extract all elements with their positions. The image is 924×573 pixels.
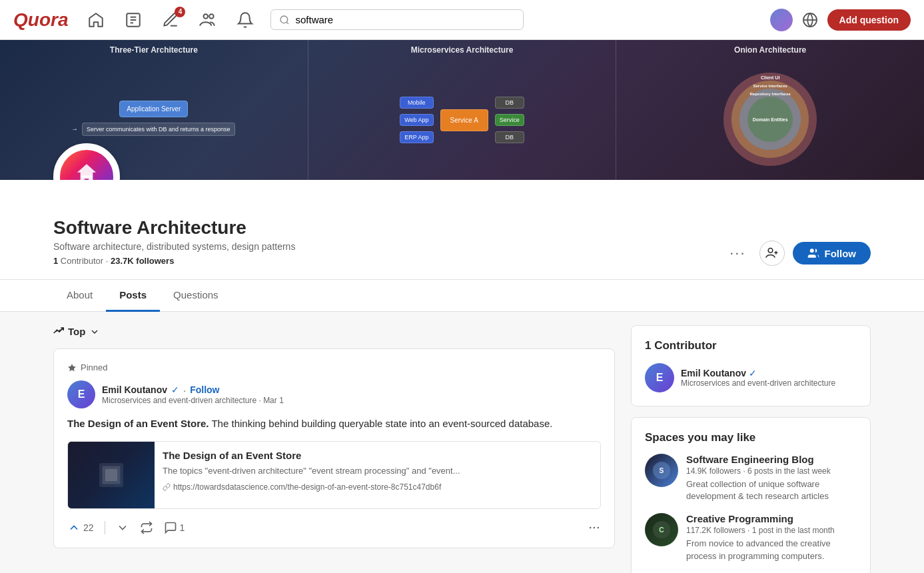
arch-panel-microservices: Microservices Architecture Mobile Web Ap… bbox=[308, 40, 617, 180]
comment-count: 1 bbox=[180, 522, 185, 533]
suggested-space-info-2: Creative Programming 117.2K followers · … bbox=[686, 513, 857, 562]
notifications-nav-icon[interactable] bbox=[233, 8, 257, 32]
navbar-right: Add question bbox=[770, 9, 911, 31]
svg-point-10 bbox=[768, 249, 773, 253]
contributor-avatar[interactable]: E bbox=[645, 363, 674, 392]
community-nav-icon[interactable] bbox=[196, 8, 220, 32]
svg-point-5 bbox=[210, 14, 215, 18]
post-link-content: The Design of an Event Store The topics … bbox=[155, 442, 600, 508]
arch-panel-label-2: Microservices Architecture bbox=[411, 45, 514, 55]
home-nav-icon[interactable] bbox=[84, 8, 108, 32]
onion-layer-label: Repository Interfaces bbox=[749, 92, 790, 96]
search-bar[interactable] bbox=[270, 9, 524, 30]
svg-text:S: S bbox=[660, 467, 664, 474]
create-badge: 4 bbox=[175, 7, 185, 17]
diagram-box: Server communicates with DB and returns … bbox=[82, 123, 235, 136]
suggested-space-avatar-1[interactable]: S bbox=[645, 454, 678, 487]
arch-panel-label-1: Three-Tier Architecture bbox=[110, 45, 198, 55]
suggested-space-logo-2: C bbox=[652, 520, 672, 540]
comment-button[interactable]: 1 bbox=[164, 521, 185, 534]
post-card: Pinned E Emil Koutanov ✓ · Follow Micros… bbox=[53, 348, 615, 548]
post-text: The Design of an Event Store. The thinki… bbox=[67, 416, 601, 432]
author-follow-link[interactable]: Follow bbox=[190, 384, 219, 395]
main-feed: Top Pinned E Emil Koutanov ✓ · bbox=[53, 325, 615, 573]
add-question-button[interactable]: Add question bbox=[827, 9, 911, 31]
tabs-bar: About Posts Questions bbox=[0, 280, 924, 312]
arch-panel-three-tier: Three-Tier Architecture Application Serv… bbox=[0, 40, 308, 180]
post-text-bold: The Design of an Event Store. bbox=[67, 418, 209, 429]
search-input[interactable] bbox=[295, 14, 515, 25]
onion-outer-label: Client UI bbox=[761, 75, 779, 80]
author-avatar[interactable]: E bbox=[67, 380, 95, 408]
suggested-space-desc-2: From novice to advanced the creative pro… bbox=[686, 538, 857, 562]
author-info: Emil Koutanov ✓ · Follow Microservices a… bbox=[102, 384, 601, 405]
space-info-section: Software Architecture Software architect… bbox=[0, 180, 924, 280]
space-title-row: Software Architecture Software architect… bbox=[53, 180, 871, 266]
invite-button[interactable] bbox=[759, 241, 785, 266]
more-options-button[interactable]: ··· bbox=[724, 242, 751, 265]
create-nav-icon[interactable]: 4 bbox=[159, 8, 183, 32]
follow-icon bbox=[807, 247, 819, 259]
svg-point-4 bbox=[204, 14, 209, 18]
suggested-space-name-1[interactable]: Software Engineering Blog bbox=[686, 454, 857, 465]
vote-divider bbox=[105, 521, 105, 534]
tab-about[interactable]: About bbox=[53, 280, 106, 312]
trending-icon bbox=[53, 325, 64, 338]
sort-chevron[interactable] bbox=[89, 326, 100, 337]
hero-banner: Three-Tier Architecture Application Serv… bbox=[0, 40, 924, 180]
space-title: Software Architecture bbox=[53, 217, 295, 239]
post-text-rest: The thinking behind building queryable s… bbox=[211, 418, 552, 429]
svg-point-19 bbox=[598, 526, 600, 528]
follower-count: 23.7K bbox=[111, 256, 134, 266]
post-author: E Emil Koutanov ✓ · Follow Microservices… bbox=[67, 380, 601, 408]
nav-icons: 4 bbox=[84, 8, 257, 32]
post-more-button[interactable] bbox=[588, 521, 601, 534]
suggested-space-avatar-2[interactable]: C bbox=[645, 513, 678, 546]
sort-label[interactable]: Top bbox=[68, 326, 85, 337]
tab-posts[interactable]: Posts bbox=[106, 280, 160, 312]
contributor-info: Emil Koutanov ✓ Microservices and event-… bbox=[681, 368, 835, 388]
main-sidebar: 1 Contributor E Emil Koutanov ✓ Microser… bbox=[631, 325, 871, 573]
post-link-title: The Design of an Event Store bbox=[163, 450, 592, 461]
svg-point-13 bbox=[809, 249, 813, 253]
author-name[interactable]: Emil Koutanov bbox=[102, 384, 167, 395]
author-subtitle: Microservices and event-driven architect… bbox=[102, 396, 601, 405]
downvote-button[interactable] bbox=[116, 521, 129, 534]
contributor-card: 1 Contributor E Emil Koutanov ✓ Microser… bbox=[631, 325, 871, 406]
diagram-box: DB bbox=[495, 131, 524, 143]
svg-point-17 bbox=[590, 526, 592, 528]
link-icon bbox=[163, 483, 171, 491]
onion-layer-label: Service Interfaces bbox=[753, 84, 787, 88]
navbar: Quora 4 Add questio bbox=[0, 0, 924, 40]
verified-icon: ✓ bbox=[171, 384, 179, 395]
language-icon[interactable] bbox=[801, 11, 819, 29]
share-button[interactable] bbox=[140, 521, 153, 534]
space-meta: 1 Contributor · 23.7K followers bbox=[53, 256, 295, 266]
follow-button[interactable]: Follow bbox=[793, 242, 871, 265]
author-dot: · bbox=[183, 384, 186, 396]
suggested-space-name-2[interactable]: Creative Programming bbox=[686, 513, 857, 524]
tab-questions[interactable]: Questions bbox=[160, 280, 232, 312]
space-title-block: Software Architecture Software architect… bbox=[53, 217, 295, 266]
quora-logo[interactable]: Quora bbox=[13, 9, 68, 31]
contributor-count: 1 bbox=[53, 256, 58, 266]
svg-rect-9 bbox=[81, 175, 92, 177]
followers-label: followers bbox=[136, 256, 174, 266]
post-link-preview[interactable]: The Design of an Event Store The topics … bbox=[67, 441, 601, 509]
add-person-icon bbox=[765, 247, 779, 260]
contributor-item: E Emil Koutanov ✓ Microservices and even… bbox=[645, 363, 857, 392]
svg-point-6 bbox=[280, 16, 288, 23]
space-actions: ··· Follow bbox=[724, 241, 871, 266]
follow-label: Follow bbox=[825, 248, 857, 259]
upvote-button[interactable]: 22 bbox=[67, 521, 94, 534]
author-name-row: Emil Koutanov ✓ · Follow bbox=[102, 384, 601, 396]
onion-center-label: Domain Entities bbox=[753, 117, 788, 122]
post-link-thumbnail bbox=[68, 442, 155, 508]
arch-panel-label-3: Onion Architecture bbox=[734, 45, 806, 55]
author-sub-text: Microservices and event-driven architect… bbox=[102, 396, 256, 405]
upvote-count: 22 bbox=[83, 522, 94, 533]
answer-nav-icon[interactable] bbox=[121, 8, 145, 32]
contributor-name[interactable]: Emil Koutanov bbox=[681, 368, 746, 378]
user-avatar[interactable] bbox=[770, 9, 793, 31]
suggested-space-desc-1: Great collection of unique software deve… bbox=[686, 478, 857, 502]
